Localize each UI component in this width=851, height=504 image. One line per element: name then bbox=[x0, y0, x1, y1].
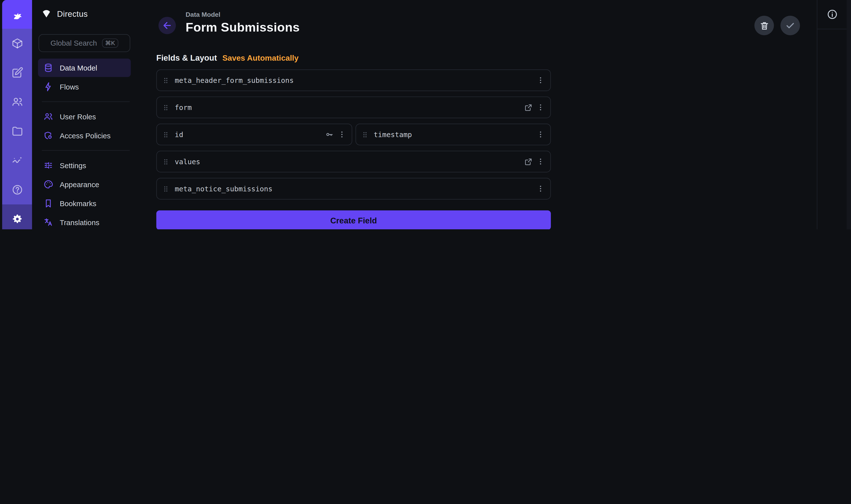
sidebar-item-data-model[interactable]: Data Model bbox=[38, 58, 131, 77]
module-editor[interactable] bbox=[2, 58, 32, 87]
field-row[interactable]: id bbox=[156, 124, 352, 145]
drag-handle-icon[interactable] bbox=[162, 103, 170, 111]
tune-icon bbox=[44, 161, 53, 170]
module-files[interactable] bbox=[2, 116, 32, 146]
drag-handle-icon[interactable] bbox=[162, 185, 170, 193]
trash-icon bbox=[759, 20, 769, 31]
folder-icon bbox=[11, 125, 23, 137]
help-icon bbox=[11, 184, 23, 196]
field-name: meta_notice_submissions bbox=[175, 185, 273, 193]
sidebar-item-label: Translations bbox=[60, 218, 100, 226]
search-shortcut-badge: ⌘K bbox=[102, 38, 119, 48]
page-header: Data Model Form Submissions bbox=[135, 0, 817, 47]
project-name: Directus bbox=[57, 9, 88, 18]
save-button[interactable] bbox=[780, 16, 800, 35]
create-field-button[interactable]: Create Field bbox=[156, 210, 551, 229]
open-relation-icon[interactable] bbox=[524, 103, 532, 111]
fields-layout-heading: Fields & Layout bbox=[156, 53, 217, 62]
project-header[interactable]: Directus bbox=[32, 0, 135, 27]
database-icon bbox=[44, 63, 53, 73]
cube-icon bbox=[11, 37, 23, 49]
project-fan-icon bbox=[41, 8, 52, 19]
rabbit-logo-icon bbox=[10, 7, 24, 21]
field-row[interactable]: meta_notice_submissions bbox=[156, 178, 551, 199]
right-sidebar-divider bbox=[817, 29, 847, 29]
right-sidebar bbox=[817, 0, 847, 229]
global-search-input[interactable]: Global Search ⌘K bbox=[38, 34, 130, 52]
back-button[interactable] bbox=[158, 17, 176, 34]
info-icon[interactable] bbox=[826, 8, 838, 20]
title-block: Data Model Form Submissions bbox=[186, 11, 300, 35]
delete-collection-button[interactable] bbox=[754, 16, 774, 35]
module-bar bbox=[2, 0, 32, 229]
header-actions bbox=[754, 16, 800, 35]
field-menu-icon[interactable] bbox=[536, 103, 545, 112]
module-directus-logo[interactable] bbox=[2, 0, 32, 29]
translate-icon bbox=[44, 217, 53, 227]
sidebar-item-label: Flows bbox=[60, 83, 79, 91]
module-insights[interactable] bbox=[2, 146, 32, 175]
drag-handle-icon[interactable] bbox=[162, 76, 170, 84]
fields-layout-header: Fields & Layout Saves Automatically bbox=[156, 53, 551, 62]
nav-list: Data Model Flows User Roles Access Polic… bbox=[32, 58, 135, 229]
gear-icon bbox=[11, 213, 23, 225]
field-row[interactable]: values bbox=[156, 151, 551, 172]
search-placeholder: Global Search bbox=[51, 39, 97, 47]
directus-app-window: Directus Global Search ⌘K Data Model Flo… bbox=[0, 0, 851, 229]
bolt-icon bbox=[44, 82, 53, 92]
module-users[interactable] bbox=[2, 87, 32, 116]
field-name: form bbox=[175, 103, 192, 111]
field-row[interactable]: timestamp bbox=[355, 124, 551, 145]
sidebar-item-appearance[interactable]: Appearance bbox=[38, 175, 131, 194]
page-scrollbar[interactable] bbox=[847, 0, 851, 229]
sidebar-item-bookmarks[interactable]: Bookmarks bbox=[38, 194, 131, 213]
field-menu-icon[interactable] bbox=[536, 130, 545, 139]
sidebar-item-label: Settings bbox=[60, 161, 86, 169]
fields-grid: meta_header_form_submissions form id bbox=[156, 69, 551, 199]
sidebar-item-translations[interactable]: Translations bbox=[38, 213, 131, 229]
field-name: id bbox=[175, 130, 183, 139]
sidebar-item-label: Access Policies bbox=[60, 131, 110, 140]
breadcrumb: Data Model bbox=[186, 11, 300, 18]
field-name: meta_header_form_submissions bbox=[175, 76, 294, 84]
primary-key-icon bbox=[325, 130, 333, 139]
field-menu-icon[interactable] bbox=[536, 184, 545, 193]
field-menu-icon[interactable] bbox=[536, 157, 545, 166]
edit-icon bbox=[11, 67, 23, 78]
settings-form: Fields & Layout Saves Automatically meta… bbox=[135, 53, 551, 229]
field-row[interactable]: meta_header_form_submissions bbox=[156, 69, 551, 91]
drag-handle-icon[interactable] bbox=[162, 158, 170, 166]
nav-divider bbox=[42, 150, 129, 151]
nav-divider bbox=[42, 101, 129, 102]
autosave-note: Saves Automatically bbox=[222, 54, 299, 62]
open-relation-icon[interactable] bbox=[524, 158, 532, 166]
field-name: timestamp bbox=[374, 130, 412, 139]
module-help[interactable] bbox=[2, 175, 32, 204]
main-content: Data Model Form Submissions Fields & Lay… bbox=[135, 0, 817, 229]
drag-handle-icon[interactable] bbox=[162, 130, 170, 139]
field-menu-icon[interactable] bbox=[536, 76, 545, 85]
user-roles-icon bbox=[44, 112, 53, 122]
field-row[interactable]: form bbox=[156, 96, 551, 118]
sidebar-item-settings[interactable]: Settings bbox=[38, 156, 131, 175]
sidebar-item-label: User Roles bbox=[60, 112, 96, 121]
palette-icon bbox=[44, 180, 53, 190]
module-settings[interactable] bbox=[2, 204, 32, 229]
sidebar-item-label: Data Model bbox=[60, 64, 97, 72]
sidebar-item-label: Appearance bbox=[60, 180, 99, 188]
sidebar-item-user-roles[interactable]: User Roles bbox=[38, 107, 131, 126]
sidebar-item-label: Bookmarks bbox=[60, 199, 96, 208]
field-name: values bbox=[175, 158, 200, 166]
sidebar-item-access-policies[interactable]: Access Policies bbox=[38, 126, 131, 145]
insights-icon bbox=[11, 155, 23, 166]
module-content[interactable] bbox=[2, 29, 32, 58]
bookmark-icon bbox=[44, 198, 53, 208]
sidebar-item-flows[interactable]: Flows bbox=[38, 77, 131, 96]
shield-user-icon bbox=[44, 131, 53, 141]
field-menu-icon[interactable] bbox=[337, 130, 346, 139]
drag-handle-icon[interactable] bbox=[361, 130, 369, 139]
arrow-left-icon bbox=[162, 20, 173, 31]
navigation-sidebar: Directus Global Search ⌘K Data Model Flo… bbox=[32, 0, 135, 229]
users-icon bbox=[11, 96, 23, 108]
check-icon bbox=[785, 20, 796, 31]
